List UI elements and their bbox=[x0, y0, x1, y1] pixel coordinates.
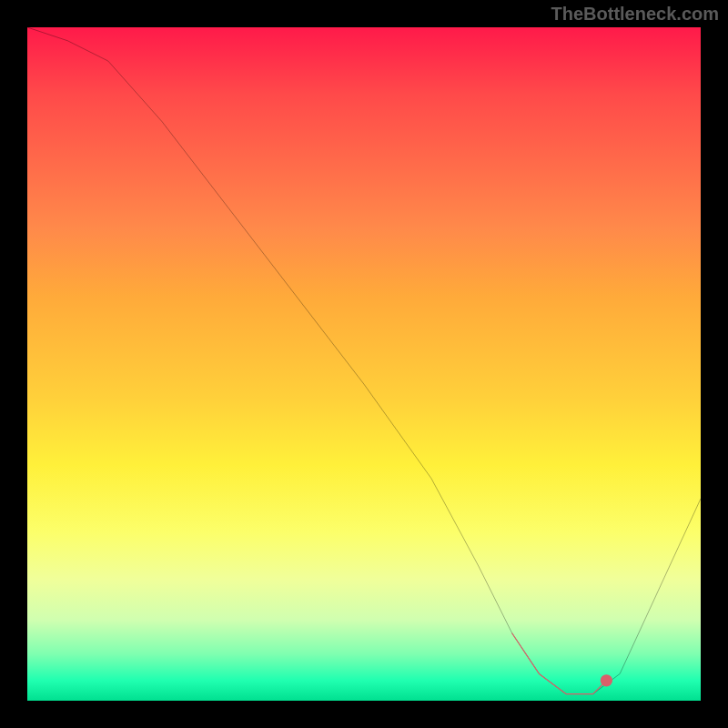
watermark-text: TheBottleneck.com bbox=[551, 4, 719, 25]
chart-svg bbox=[27, 27, 701, 701]
optimal-range-highlight bbox=[512, 633, 607, 694]
chart-plot-area bbox=[27, 27, 701, 701]
bottleneck-curve-path bbox=[27, 27, 701, 694]
optimal-end-dot bbox=[601, 674, 612, 686]
